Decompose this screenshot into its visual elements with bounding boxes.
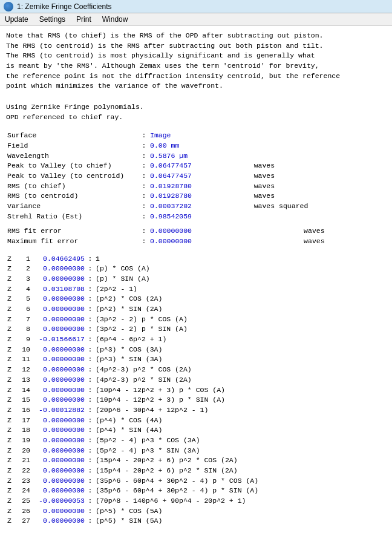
zernike-val: 0.00000000 <box>31 304 86 315</box>
zernike-z: Z <box>6 345 16 355</box>
zernike-z: Z <box>6 516 16 526</box>
zernike-expr: (5p^2 - 4) p^3 * COS (3A) <box>94 436 386 446</box>
zernike-n: 19 <box>16 436 31 446</box>
table-row: Z 10 0.00000000 : (p^3) * COS (3A) <box>6 345 386 355</box>
zernike-sep: : <box>86 416 94 426</box>
menu-item-settings[interactable]: Settings <box>37 15 68 24</box>
zernike-n: 21 <box>16 456 31 466</box>
zernike-expr: (70p^8 - 140p^6 + 90p^4 - 20p^2 + 1) <box>94 496 386 506</box>
zernike-expr: (p^2) * SIN (2A) <box>94 304 386 315</box>
zernike-expr: (10p^4 - 12p^2 + 3) p * COS (A) <box>94 385 386 396</box>
prop-label: RMS (to centroid) <box>6 191 139 201</box>
zernike-expr: (10p^4 - 12p^2 + 3) p * SIN (A) <box>94 395 386 405</box>
prop-unit <box>252 141 386 151</box>
zernike-z: Z <box>6 304 16 315</box>
prop-label: RMS (to chief) <box>6 181 139 192</box>
zernike-z: Z <box>6 506 16 517</box>
table-row: Z 4 0.03108708 : (2p^2 - 1) <box>6 284 386 295</box>
zernike-val: 0.00000000 <box>31 264 86 274</box>
zernike-z: Z <box>6 375 16 385</box>
zernike-val: 0.00000000 <box>31 365 86 375</box>
menu-item-print[interactable]: Print <box>74 15 94 24</box>
zernike-z: Z <box>6 496 16 506</box>
zernike-expr: (15p^4 - 20p^2 + 6) p^2 * SIN (2A) <box>94 466 386 476</box>
zernike-expr: (p^4) * SIN (4A) <box>94 425 386 436</box>
zernike-n: 6 <box>16 304 31 315</box>
table-row: Z 21 0.00000000 : (15p^4 - 20p^2 + 6) p^… <box>6 456 386 466</box>
zernike-sep: : <box>86 375 94 385</box>
prop-unit <box>252 151 386 162</box>
prop-label: Peak to Valley (to chief) <box>6 161 139 171</box>
zernike-expr: (p^4) * COS (4A) <box>94 416 386 426</box>
prop-label: Surface <box>6 131 139 141</box>
zernike-val: 0.00000000 <box>31 436 86 446</box>
zernike-sep: : <box>86 355 94 365</box>
zernike-sep: : <box>86 436 94 446</box>
zernike-z: Z <box>6 294 16 304</box>
zernike-n: 11 <box>16 355 31 365</box>
zernike-val: 0.00000000 <box>31 395 86 405</box>
prop-colon: : <box>139 212 149 222</box>
zernike-z: Z <box>6 476 16 486</box>
prop-value: 0.01928780 <box>149 181 252 192</box>
zernike-val: 0.00000000 <box>31 315 86 325</box>
zernike-sep: : <box>86 486 94 496</box>
zernike-n: 22 <box>16 466 31 476</box>
zernike-val: -0.00012882 <box>31 405 86 416</box>
zernike-z: Z <box>6 274 16 284</box>
fit-unit: waves <box>301 226 386 237</box>
zernike-val: 0.00000000 <box>31 274 86 284</box>
zernike-expr: (p^5) * SIN (5A) <box>94 516 386 526</box>
zernike-z: Z <box>6 385 16 396</box>
table-row: Z 9 -0.01566617 : (6p^4 - 6p^2 + 1) <box>6 335 386 345</box>
zernike-val: 0.00000000 <box>31 416 86 426</box>
zernike-z: Z <box>6 324 16 335</box>
zernike-expr: (p^3) * SIN (3A) <box>94 355 386 365</box>
zernike-expr: (3p^2 - 2) p * SIN (A) <box>94 324 386 335</box>
prop-value: Image <box>149 131 252 141</box>
zernike-z: Z <box>6 254 16 264</box>
zernike-sep: : <box>86 506 94 517</box>
table-row: Z 22 0.00000000 : (15p^4 - 20p^2 + 6) p^… <box>6 466 386 476</box>
zernike-z: Z <box>6 416 16 426</box>
zernike-n: 12 <box>16 365 31 375</box>
menu-item-window[interactable]: Window <box>100 15 131 24</box>
table-row: Z 8 0.00000000 : (3p^2 - 2) p * SIN (A) <box>6 324 386 335</box>
zernike-sep: : <box>86 385 94 396</box>
table-row: Z 3 0.00000000 : (p) * SIN (A) <box>6 274 386 284</box>
zernike-z: Z <box>6 405 16 416</box>
table-row: Z 2 0.00000000 : (p) * COS (A) <box>6 264 386 274</box>
zernike-sep: : <box>86 446 94 456</box>
zernike-n: 13 <box>16 375 31 385</box>
table-row: Peak to Valley (to centroid) : 0.0647745… <box>6 171 386 181</box>
zernike-n: 5 <box>16 294 31 304</box>
prop-colon: : <box>139 161 149 171</box>
table-row: RMS (to chief) : 0.01928780 waves <box>6 181 386 192</box>
zernike-val: 0.00000000 <box>31 345 86 355</box>
zernike-sep: : <box>86 304 94 315</box>
table-row: Z 17 0.00000000 : (p^4) * COS (4A) <box>6 416 386 426</box>
menu-bar: UpdateSettingsPrintWindow <box>0 13 392 26</box>
zernike-sep: : <box>86 254 94 264</box>
zernike-val: 0.00000000 <box>31 375 86 385</box>
table-row: Z 27 0.00000000 : (p^5) * SIN (5A) <box>6 516 386 526</box>
zernike-n: 18 <box>16 425 31 436</box>
table-row: Maximum fit error : 0.00000000 waves <box>6 237 386 247</box>
table-row: Z 26 0.00000000 : (p^5) * COS (5A) <box>6 506 386 517</box>
zernike-expr: (p^2) * COS (2A) <box>94 294 386 304</box>
menu-item-update[interactable]: Update <box>2 15 31 24</box>
zernike-sep: : <box>86 324 94 335</box>
prop-colon: : <box>139 171 149 181</box>
intro-text: Note that RMS (to chief) is the RMS of t… <box>6 31 386 91</box>
zernike-sep: : <box>86 405 94 416</box>
prop-colon: : <box>139 201 149 212</box>
fit-colon: : <box>139 237 149 247</box>
fit-label: RMS fit error <box>6 226 139 237</box>
zernike-z: Z <box>6 466 16 476</box>
table-row: Z 1 0.04662495 : 1 <box>6 254 386 264</box>
prop-unit <box>252 131 386 141</box>
zernike-n: 24 <box>16 486 31 496</box>
prop-value: 0.5876 µm <box>149 151 252 162</box>
prop-colon: : <box>139 151 149 162</box>
zernike-expr: (3p^2 - 2) p * COS (A) <box>94 315 386 325</box>
